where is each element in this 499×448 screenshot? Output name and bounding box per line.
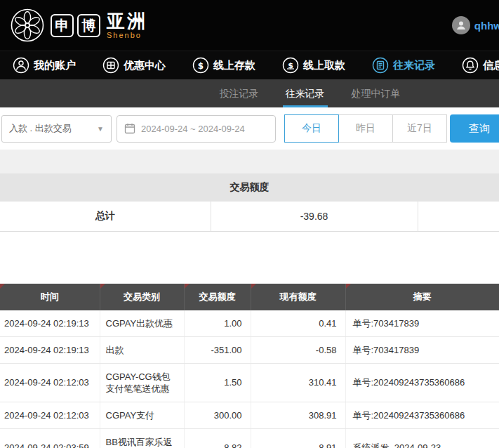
nav-item-label: 线上取款: [303, 59, 345, 72]
col-header-amount: 交易额度: [184, 284, 251, 310]
tab-betting-records[interactable]: 投注记录: [217, 79, 262, 107]
cell-remark: 单号:202409243735360686: [345, 363, 499, 402]
cell-remark: 单号:703417839: [345, 310, 499, 337]
corner-marker: [346, 284, 351, 289]
col-header-time: 时间: [0, 284, 100, 310]
cell-amount: 1.00: [184, 310, 251, 337]
cell-type: CGPAY支付: [100, 402, 184, 428]
nav-item-messages[interactable]: 信息: [462, 57, 499, 74]
tab-label: 投注记录: [220, 88, 259, 99]
cell-time: 2024-09-24 02:19:13: [0, 310, 100, 337]
query-button[interactable]: 查询: [450, 114, 499, 143]
transaction-type-select[interactable]: 入款 . 出款交易 ▼: [1, 115, 112, 143]
nav-item-label: 优惠中心: [124, 59, 166, 72]
brand-region-block: 亚洲 Shenbo: [107, 12, 147, 39]
promo-icon: [102, 57, 119, 74]
quick-date-group: 今日 昨日 近7日: [285, 114, 447, 143]
corner-marker: [185, 284, 189, 289]
cell-time: 2024-09-24 02:12:03: [0, 402, 100, 428]
cell-amount: 1.50: [184, 363, 251, 402]
cell-remark: 系统派发_2024-09-23: [345, 428, 499, 448]
brand-region: 亚洲: [107, 12, 147, 30]
corner-marker: [100, 284, 105, 289]
cell-type: 出款: [100, 336, 184, 363]
section-divider: [0, 150, 499, 173]
tab-label: 处理中订单: [352, 88, 401, 99]
table-row: 2024-09-24 02:19:13 CGPAY出款优惠 1.00 0.41 …: [0, 310, 499, 337]
records-header-row: 时间 交易类别 交易额度 现有额度 摘要: [0, 284, 499, 310]
svg-text:$: $: [198, 61, 204, 71]
deposit-icon: $: [192, 57, 209, 74]
chevron-down-icon: ▼: [97, 125, 104, 133]
nav-item-online-deposit[interactable]: $ 线上存款: [192, 57, 255, 74]
tab-processing-orders[interactable]: 处理中订单: [349, 79, 404, 107]
nav-item-label: 我的账户: [34, 59, 76, 72]
withdraw-icon: $: [282, 57, 299, 74]
corner-marker: [251, 284, 256, 289]
summary-table: 交易额度 总计 -39.68: [0, 173, 499, 232]
cell-amount: 8.82: [184, 428, 251, 448]
brand-char-shen: 申: [51, 14, 74, 37]
user-icon: [13, 57, 29, 74]
avatar-icon: [452, 16, 470, 34]
table-row: 2024-09-24 02:12:03 CGPAY支付 300.00 308.9…: [0, 402, 499, 428]
last-7-days-button[interactable]: 近7日: [392, 114, 447, 143]
calendar-icon: [124, 123, 135, 134]
table-row: 2024-09-24 02:03:59 BB视讯百家乐返点 8.82 8.91 …: [0, 428, 499, 448]
cell-balance: -0.58: [251, 336, 345, 363]
brand-subtitle: Shenbo: [107, 31, 147, 39]
main-nav: 我的账户 优惠中心 $ 线上存款 $ 线上取款: [0, 51, 499, 79]
username: qhhw: [474, 20, 499, 32]
nav-item-label: 信息: [483, 59, 499, 72]
summary-row: 总计 -39.68: [0, 202, 499, 231]
cell-time: 2024-09-24 02:03:59: [0, 428, 100, 448]
bell-icon: [462, 57, 479, 74]
col-header-balance: 现有额度: [251, 284, 345, 310]
cell-balance: 310.41: [251, 363, 345, 402]
records-table: 时间 交易类别 交易额度 现有额度 摘要 2024-09-24 02:19:13…: [0, 284, 499, 448]
tab-transaction-records[interactable]: 往来记录: [283, 79, 328, 107]
cell-time: 2024-09-24 02:19:13: [0, 336, 100, 363]
top-header: 申 博 亚洲 Shenbo qhhw: [0, 0, 499, 51]
col-header-remark: 摘要: [345, 284, 499, 310]
summary-title: 交易额度: [0, 173, 499, 202]
cell-amount: -351.00: [184, 336, 251, 363]
summary-total-value: -39.68: [211, 202, 418, 231]
nav-item-label: 线上存款: [213, 59, 255, 72]
nav-item-transaction-records[interactable]: 往来记录: [372, 57, 435, 74]
brand-char-bo: 博: [77, 14, 100, 37]
date-range-value: 2024-09-24 ~ 2024-09-24: [141, 124, 245, 134]
cell-balance: 8.91: [251, 428, 345, 448]
tab-label: 往来记录: [286, 88, 325, 99]
cell-remark: 单号:202409243735360686: [345, 402, 499, 428]
summary-empty-cell: [418, 202, 499, 231]
cell-amount: 300.00: [184, 402, 251, 428]
sub-nav: 投注记录 往来记录 处理中订单: [0, 79, 499, 107]
brand-flower-icon[interactable]: [10, 8, 45, 43]
records-icon: [372, 57, 389, 74]
cell-balance: 0.41: [251, 310, 345, 337]
summary-total-label: 总计: [0, 202, 211, 231]
table-row: 2024-09-24 02:19:13 出款 -351.00 -0.58 单号:…: [0, 336, 499, 363]
nav-item-promo-center[interactable]: 优惠中心: [102, 57, 166, 74]
nav-item-my-account[interactable]: 我的账户: [13, 57, 76, 74]
transaction-type-value: 入款 . 出款交易: [9, 122, 72, 135]
spacer: [0, 232, 499, 284]
cell-type: CGPAY-CG钱包支付笔笔送优惠: [100, 363, 184, 402]
today-button[interactable]: 今日: [284, 114, 339, 143]
cell-remark: 单号:703417839: [345, 336, 499, 363]
cell-balance: 308.91: [251, 402, 345, 428]
date-range-input[interactable]: 2024-09-24 ~ 2024-09-24: [117, 115, 276, 143]
yesterday-button[interactable]: 昨日: [338, 114, 393, 143]
cell-type: CGPAY出款优惠: [100, 310, 184, 337]
table-row: 2024-09-24 02:12:03 CGPAY-CG钱包支付笔笔送优惠 1.…: [0, 363, 499, 402]
nav-item-label: 往来记录: [393, 59, 435, 72]
corner-marker: [0, 284, 5, 289]
col-header-type: 交易类别: [100, 284, 184, 310]
filter-bar: 入款 . 出款交易 ▼ 2024-09-24 ~ 2024-09-24 今日 昨…: [0, 107, 499, 150]
cell-time: 2024-09-24 02:12:03: [0, 363, 100, 402]
account-menu[interactable]: qhhw: [452, 16, 499, 34]
cell-type: BB视讯百家乐返点: [100, 428, 184, 448]
nav-item-online-withdraw[interactable]: $ 线上取款: [282, 57, 345, 74]
